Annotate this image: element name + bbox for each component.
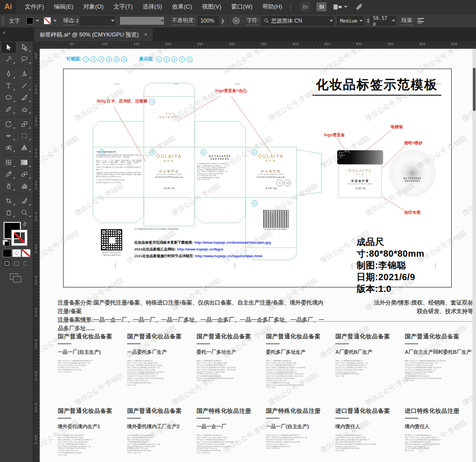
gradient-mode-button[interactable] bbox=[12, 249, 21, 257]
magic-wand-tool[interactable] bbox=[1, 54, 16, 65]
menu-item-5[interactable]: 效果(C) bbox=[167, 3, 197, 11]
panel-grip[interactable] bbox=[1, 17, 5, 25]
collapse-panel-icon[interactable]: « bbox=[3, 30, 5, 35]
menu-bar: Ai 文件(F)编辑(E)对象(O)文字(T)选择(S)效果(C)视图(V)窗口… bbox=[0, 0, 476, 14]
fill-chevron-icon[interactable] bbox=[36, 20, 39, 22]
align-left-icon[interactable] bbox=[417, 17, 424, 24]
shaper-tool[interactable] bbox=[1, 104, 16, 115]
curvature-tool[interactable] bbox=[17, 69, 32, 79]
panel-6-badge: 6 bbox=[252, 200, 257, 206]
artboard-tool[interactable] bbox=[1, 195, 16, 206]
mesh-tool[interactable] bbox=[1, 157, 16, 168]
vruler-200: 2 0 0 bbox=[34, 148, 38, 158]
shape-builder-tool[interactable] bbox=[1, 142, 16, 153]
swap-fill-stroke-icon[interactable]: ⇄ bbox=[21, 221, 28, 228]
hruler-550: 550 bbox=[388, 42, 394, 46]
link-url-1[interactable]: http://www.hzpwjc.cn/fagui bbox=[176, 247, 223, 251]
scrollbar-thumb[interactable] bbox=[473, 68, 476, 111]
menu-item-4[interactable]: 选择(S) bbox=[137, 3, 167, 11]
stroke-chevron-icon[interactable] bbox=[53, 20, 57, 22]
spec-line: 制图:李锦聪 bbox=[357, 259, 451, 271]
menu-item-6[interactable]: 视图(V) bbox=[197, 3, 226, 11]
color-mode-button[interactable] bbox=[3, 249, 12, 257]
blend-tool[interactable] bbox=[17, 169, 32, 180]
vertical-scrollbar[interactable] bbox=[472, 49, 476, 462]
rotate-tool[interactable] bbox=[1, 119, 16, 129]
font-style-select[interactable]: Medium bbox=[337, 16, 363, 25]
stroke-color-swatch[interactable] bbox=[44, 17, 51, 24]
default-fill-stroke-icon2[interactable] bbox=[5, 241, 9, 246]
vruler-400: 4 0 0 bbox=[34, 275, 38, 286]
lasso-tool[interactable] bbox=[17, 54, 32, 65]
column-graph-tool[interactable] bbox=[17, 180, 32, 191]
document-tab[interactable]: 标签样稿.ai* @ 50% (CMYK/GPU 预览) × bbox=[34, 28, 153, 42]
ruler-corner[interactable] bbox=[33, 42, 40, 49]
reference-links: 化妆品标签示范模板本更新下载链接: http://www.hzpwjc.cn/d… bbox=[134, 239, 271, 259]
width-profile-select[interactable] bbox=[119, 16, 165, 25]
menu-item-3[interactable]: 文字(T) bbox=[109, 3, 138, 11]
font-size-stepper[interactable] bbox=[367, 16, 370, 25]
menu-item-2[interactable]: 对象(O) bbox=[78, 3, 109, 11]
card-1-4: 国产普通化妆品备案委托多厂多址生产备案人:广州晓梦露化妆品有限公司地址:广州市白… bbox=[266, 333, 333, 407]
panel-4-badge: 4 bbox=[201, 149, 206, 155]
menu-item-8[interactable]: 帮助(H) bbox=[257, 3, 287, 11]
bridge-icon[interactable]: Br bbox=[300, 2, 310, 11]
link-url-2[interactable]: http://www.hzpwjc.cn/fagui/shijian.html bbox=[194, 254, 262, 258]
draw-behind-button[interactable] bbox=[12, 260, 20, 267]
screen-mode-button2[interactable] bbox=[13, 276, 21, 282]
menu-item-0[interactable]: 文件(F) bbox=[20, 3, 49, 11]
stock-icon[interactable]: St bbox=[316, 2, 326, 11]
registration-scenarios: 注册备案情形:一品一企一厂、一品一厂、一品一厂多址、一品一企多厂、一品一企多厂多… bbox=[58, 316, 328, 333]
vertical-ruler[interactable]: 5 01 0 01 5 02 0 02 5 03 0 03 5 04 0 04 … bbox=[33, 49, 40, 462]
app-logo[interactable]: Ai bbox=[0, 0, 16, 14]
draw-normal-button[interactable] bbox=[3, 260, 11, 267]
zoom-tool[interactable] bbox=[17, 207, 32, 218]
card-details: 注册人:广州晓梦露化妆品有限公司地址:广州市白云区三元里大道888号1888生产… bbox=[197, 434, 263, 454]
link-url-0[interactable]: http://www.hzpwjc.cn/download/biaoqian.j… bbox=[193, 240, 271, 245]
fill-color-swatch[interactable] bbox=[26, 17, 33, 24]
perspective-grid-tool[interactable] bbox=[17, 142, 32, 153]
horizontal-ruler[interactable]: 50100150200250300350400450500550600650 bbox=[40, 42, 476, 49]
slice-tool[interactable] bbox=[17, 195, 32, 206]
share-rocket-icon[interactable] bbox=[355, 2, 364, 11]
direct-selection-tool[interactable] bbox=[17, 42, 32, 53]
recolor-artwork-icon[interactable] bbox=[232, 17, 240, 25]
ellipse-tool[interactable] bbox=[1, 92, 16, 103]
tab-close-icon[interactable]: × bbox=[144, 32, 147, 38]
character-label[interactable]: 字符: bbox=[247, 17, 259, 25]
arrange-documents-icon[interactable] bbox=[334, 5, 348, 9]
card-2-3: 国产特殊化妆品注册一品一企一厂注册人:广州晓梦露化妆品有限公司地址:广州市白云区… bbox=[197, 407, 263, 462]
type-tool[interactable] bbox=[1, 80, 16, 91]
eraser-tool[interactable] bbox=[17, 104, 32, 115]
gradient-tool[interactable] bbox=[17, 157, 32, 168]
menu-item-1[interactable]: 编辑(E) bbox=[49, 3, 78, 11]
vruler-650: 6 5 0 bbox=[34, 434, 38, 445]
opacity-flyout-icon[interactable]: ❯ bbox=[221, 18, 224, 23]
paragraph-label[interactable]: 段落: bbox=[401, 17, 413, 25]
vruler-600: 6 0 0 bbox=[34, 402, 38, 413]
font-family-select[interactable]: 思源黑体 CN bbox=[261, 16, 334, 25]
stroke-label[interactable]: 描边: bbox=[63, 17, 75, 25]
link-label-1: 2021化妆品新规汇总网站: bbox=[134, 247, 176, 251]
draw-inside-button[interactable] bbox=[22, 260, 30, 267]
menu-item-7[interactable]: 窗口(W) bbox=[226, 3, 257, 11]
font-size-field[interactable]: 59.57 p bbox=[371, 16, 396, 25]
stroke-color-proxy[interactable] bbox=[12, 230, 27, 245]
opacity-label[interactable]: 不透明度: bbox=[172, 17, 195, 25]
selection-tool[interactable] bbox=[1, 42, 16, 53]
eyedropper-tool[interactable] bbox=[1, 169, 16, 180]
free-transform-tool[interactable] bbox=[17, 130, 32, 141]
symbol-sprayer-tool[interactable] bbox=[1, 180, 16, 191]
none-mode-button[interactable] bbox=[22, 249, 31, 257]
stroke-weight-field[interactable] bbox=[80, 16, 115, 25]
stroke-weight-stepper[interactable] bbox=[76, 16, 79, 25]
pen-tool[interactable] bbox=[1, 69, 16, 79]
artboard[interactable]: 化妆品标签示范模板 350g 白卡、压布纹、过哑膜 logo烫亚金+击凸 log… bbox=[63, 69, 452, 287]
card-scenario: A厂委托B厂生产 bbox=[335, 349, 402, 356]
opacity-field[interactable]: 100% bbox=[198, 16, 219, 25]
width-tool[interactable] bbox=[1, 130, 16, 141]
hand-tool[interactable] bbox=[1, 207, 16, 218]
line-segment-tool[interactable] bbox=[17, 80, 32, 91]
paintbrush-tool[interactable] bbox=[17, 92, 32, 103]
scale-tool[interactable] bbox=[17, 119, 32, 129]
